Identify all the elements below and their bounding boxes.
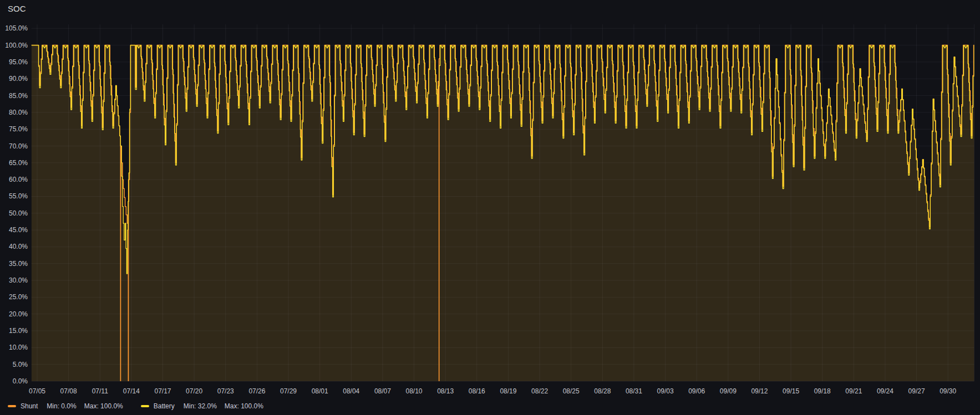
svg-text:20.0%: 20.0% xyxy=(9,310,28,318)
svg-text:60.0%: 60.0% xyxy=(9,176,28,183)
svg-text:08/31: 08/31 xyxy=(626,387,642,395)
svg-text:08/25: 08/25 xyxy=(563,387,580,395)
svg-text:09/21: 09/21 xyxy=(845,387,862,395)
svg-text:07/05: 07/05 xyxy=(29,387,45,395)
legend-item-battery[interactable]: BatteryMin: 32.0%Max: 100.0% xyxy=(141,402,267,410)
svg-text:09/09: 09/09 xyxy=(720,387,737,395)
svg-text:90.0%: 90.0% xyxy=(9,75,28,83)
svg-text:15.0%: 15.0% xyxy=(9,327,28,335)
legend-item-shunt[interactable]: ShuntMin: 0.0%Max: 100.0% xyxy=(8,402,126,410)
svg-text:09/03: 09/03 xyxy=(657,387,674,395)
svg-text:07/23: 07/23 xyxy=(217,387,234,395)
svg-text:40.0%: 40.0% xyxy=(9,243,28,250)
svg-text:09/18: 09/18 xyxy=(814,387,831,395)
svg-text:10.0%: 10.0% xyxy=(9,344,28,351)
svg-text:25.0%: 25.0% xyxy=(9,293,28,301)
svg-text:09/06: 09/06 xyxy=(688,387,705,395)
legend-series-max: Max: 100.0% xyxy=(84,402,123,410)
svg-text:07/20: 07/20 xyxy=(186,387,202,395)
svg-text:07/26: 07/26 xyxy=(248,387,265,395)
svg-text:50.0%: 50.0% xyxy=(9,209,28,217)
svg-text:08/22: 08/22 xyxy=(531,387,548,395)
svg-text:55.0%: 55.0% xyxy=(9,192,28,200)
svg-text:08/28: 08/28 xyxy=(594,387,611,395)
svg-text:09/27: 09/27 xyxy=(908,387,925,395)
svg-text:07/11: 07/11 xyxy=(92,387,108,395)
soc-chart[interactable]: 0.0%5.0%10.0%15.0%20.0%25.0%30.0%35.0%40… xyxy=(0,0,980,415)
svg-text:07/14: 07/14 xyxy=(123,387,140,395)
svg-text:100.0%: 100.0% xyxy=(5,42,28,49)
svg-text:07/29: 07/29 xyxy=(280,387,297,395)
svg-text:105.0%: 105.0% xyxy=(5,24,28,32)
soc-panel: SOC 0.0%5.0%10.0%15.0%20.0%25.0%30.0%35.… xyxy=(0,0,980,415)
svg-text:70.0%: 70.0% xyxy=(9,142,28,150)
svg-text:08/01: 08/01 xyxy=(312,387,328,395)
svg-text:07/17: 07/17 xyxy=(154,387,171,395)
svg-text:08/19: 08/19 xyxy=(500,387,516,395)
legend-series-max: Max: 100.0% xyxy=(225,402,263,410)
shunt-series-color-icon xyxy=(8,405,16,407)
svg-text:09/30: 09/30 xyxy=(940,387,956,395)
y-axis-labels: 0.0%5.0%10.0%15.0%20.0%25.0%30.0%35.0%40… xyxy=(5,24,28,385)
svg-text:08/04: 08/04 xyxy=(343,387,359,395)
legend-series-min: Min: 32.0% xyxy=(184,402,217,410)
svg-text:09/12: 09/12 xyxy=(751,387,768,395)
svg-text:07/08: 07/08 xyxy=(60,387,77,395)
svg-text:75.0%: 75.0% xyxy=(9,125,28,133)
svg-text:5.0%: 5.0% xyxy=(13,361,28,368)
svg-text:80.0%: 80.0% xyxy=(9,109,28,116)
svg-text:09/15: 09/15 xyxy=(783,387,799,395)
svg-text:95.0%: 95.0% xyxy=(9,58,28,66)
legend-series-name: Battery xyxy=(154,402,175,410)
svg-text:30.0%: 30.0% xyxy=(9,276,28,284)
svg-text:35.0%: 35.0% xyxy=(9,260,28,268)
legend-series-name: Shunt xyxy=(21,402,38,410)
svg-text:0.0%: 0.0% xyxy=(13,377,28,385)
svg-text:45.0%: 45.0% xyxy=(9,226,28,234)
chart-legend: ShuntMin: 0.0%Max: 100.0%BatteryMin: 32.… xyxy=(8,401,267,412)
x-axis-labels: 07/0507/0807/1107/1407/1707/2007/2307/26… xyxy=(29,387,957,395)
legend-series-min: Min: 0.0% xyxy=(47,402,76,410)
svg-text:65.0%: 65.0% xyxy=(9,159,28,167)
svg-text:08/10: 08/10 xyxy=(406,387,423,395)
svg-text:09/24: 09/24 xyxy=(877,387,893,395)
svg-text:08/07: 08/07 xyxy=(374,387,391,395)
svg-text:08/13: 08/13 xyxy=(437,387,454,395)
battery-series-color-icon xyxy=(141,405,149,407)
svg-text:85.0%: 85.0% xyxy=(9,92,28,100)
svg-text:08/16: 08/16 xyxy=(469,387,485,395)
